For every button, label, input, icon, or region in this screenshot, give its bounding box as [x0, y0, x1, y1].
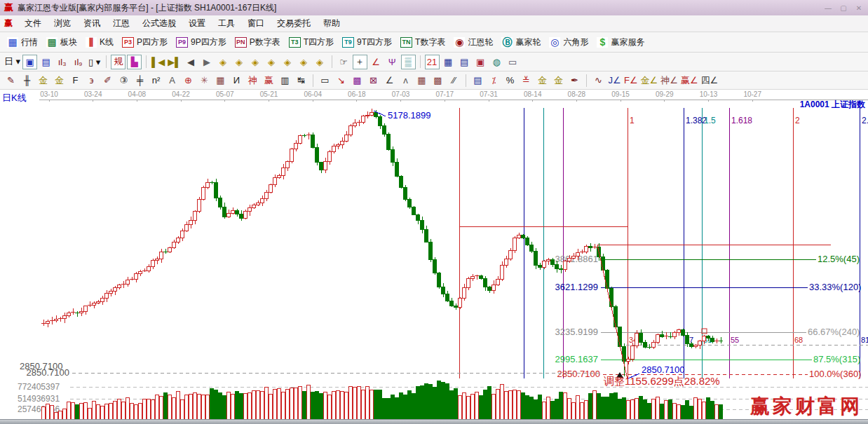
- win-tool-icon[interactable]: 赢: [262, 73, 276, 88]
- calculator-icon[interactable]: ▦: [441, 55, 456, 69]
- bars-3-icon[interactable]: ıl₃: [55, 55, 69, 69]
- feature-button-p-square[interactable]: P3P四方形: [122, 36, 168, 48]
- win-angle-icon[interactable]: 赢∠: [680, 73, 699, 88]
- menu-item-help[interactable]: 帮助: [317, 16, 346, 31]
- feature-button-hexagon[interactable]: ◎六角形: [549, 36, 588, 48]
- last-page-icon[interactable]: ▶▌: [167, 55, 182, 69]
- menu-item-file[interactable]: 文件: [18, 16, 48, 31]
- menu-item-settings[interactable]: 设置: [182, 16, 212, 31]
- zigzag-icon[interactable]: ʌ: [398, 73, 413, 88]
- span-tool-icon[interactable]: ↹: [294, 73, 308, 88]
- shen-tool-icon[interactable]: 神: [245, 73, 260, 88]
- menu-item-gann[interactable]: 江恩: [107, 16, 136, 31]
- angle-fan-icon[interactable]: ∠: [382, 73, 397, 88]
- save-icon[interactable]: ▣: [473, 55, 488, 69]
- diamond-right-icon[interactable]: ◈: [232, 55, 247, 69]
- color-chart-icon[interactable]: ▙: [127, 55, 142, 69]
- menu-item-window[interactable]: 窗口: [241, 16, 271, 31]
- tool-teal-icon[interactable]: ▒: [401, 55, 416, 69]
- circle-3-icon[interactable]: ③: [116, 73, 131, 88]
- notes-document-icon[interactable]: ▤: [457, 55, 472, 69]
- feature-button-winner-service[interactable]: $赢家服务: [597, 36, 644, 48]
- feature-button-9p-square[interactable]: P99P四方形: [176, 36, 226, 48]
- gold-lines-icon[interactable]: 金: [551, 73, 566, 88]
- diamond-expand-icon[interactable]: ◈: [280, 55, 295, 69]
- grid-dense-icon[interactable]: ▦: [414, 73, 429, 88]
- gold-circle-icon[interactable]: 金: [535, 73, 550, 88]
- grid-4-icon[interactable]: ╪: [133, 73, 147, 88]
- status-scrollbar[interactable]: [0, 419, 868, 424]
- percent-icon[interactable]: %: [503, 73, 517, 88]
- print-icon[interactable]: ▭: [506, 55, 520, 69]
- grid-tool-icon[interactable]: ╫: [20, 73, 34, 88]
- gold-grid-a-icon[interactable]: 金: [36, 73, 50, 88]
- diamond-left-icon[interactable]: ◈: [216, 55, 231, 69]
- crosshair-tool-icon[interactable]: ＋: [353, 55, 367, 69]
- ruler-123-icon[interactable]: ▥: [278, 73, 292, 88]
- feature-button-sectors[interactable]: ▩板块: [46, 36, 77, 48]
- pencil-2-icon[interactable]: ✐: [100, 73, 115, 88]
- si-angle-icon[interactable]: 四∠: [700, 73, 719, 88]
- n-square-icon[interactable]: n²: [149, 73, 163, 88]
- close-button[interactable]: ✕: [854, 4, 864, 12]
- gann-box-icon[interactable]: 规: [111, 55, 126, 69]
- j-angle-icon[interactable]: J∠: [607, 73, 622, 88]
- candle-style-dropdown-icon[interactable]: ▯ ▾: [87, 55, 102, 69]
- stats-pct-icon[interactable]: ▤: [470, 73, 485, 88]
- parallel-lines-icon[interactable]: ∕∕: [447, 73, 461, 88]
- first-page-icon[interactable]: ▌◀: [151, 55, 165, 69]
- chart-area[interactable]: 日K线03-1003-2404-0804-2205-0705-2106-0406…: [0, 90, 868, 419]
- diamond-up-icon[interactable]: ◈: [297, 55, 311, 69]
- prev-page-icon[interactable]: ◀: [184, 55, 198, 69]
- bow-tool-icon[interactable]: ϶: [84, 73, 99, 88]
- square-web-icon[interactable]: ▦: [213, 73, 228, 88]
- calendar-icon[interactable]: 21: [425, 55, 440, 69]
- box-tool-icon[interactable]: ▭: [318, 73, 332, 88]
- next-page-icon[interactable]: ▶: [200, 55, 215, 69]
- period-day-dropdown-icon[interactable]: 日 ▾: [4, 55, 21, 69]
- report-icon[interactable]: ▤: [39, 55, 53, 69]
- minimize-button[interactable]: —: [823, 4, 833, 12]
- grid-box-icon[interactable]: ▩: [430, 73, 445, 88]
- angle-measure-icon[interactable]: ∠: [369, 55, 384, 69]
- diamond-hsplit-icon[interactable]: ◈: [248, 55, 263, 69]
- feature-button-t-square[interactable]: T3T四方形: [289, 36, 334, 48]
- feature-button-quotes[interactable]: ▦行情: [7, 36, 38, 48]
- menu-item-news[interactable]: 资讯: [77, 16, 107, 31]
- menu-item-trade-order[interactable]: 交易委托: [271, 16, 317, 31]
- menu-item-tools[interactable]: 工具: [212, 16, 241, 31]
- bars-9-icon[interactable]: ıl₉: [71, 55, 86, 69]
- menu-item-browse[interactable]: 浏览: [48, 16, 77, 31]
- f-grid-icon[interactable]: F: [68, 73, 83, 88]
- f-angle-icon[interactable]: F∠: [623, 73, 639, 88]
- tool-purple-icon[interactable]: Ψ: [385, 55, 400, 69]
- wave-rule-icon[interactable]: ∿: [591, 73, 606, 88]
- gann-web-icon[interactable]: ✳: [197, 73, 212, 88]
- pct-angle-icon[interactable]: ⁒: [487, 73, 501, 88]
- time-mark-icon[interactable]: И: [229, 73, 244, 88]
- gold-grid-b-icon[interactable]: 金: [52, 73, 67, 88]
- feature-button-p-number-table[interactable]: PNP数字表: [235, 36, 280, 48]
- mirror-tool-icon[interactable]: A: [165, 73, 179, 88]
- web-link-icon[interactable]: ◍: [489, 55, 504, 69]
- maximize-button[interactable]: ▢: [839, 4, 848, 12]
- diamond-all-icon[interactable]: ◈: [313, 55, 327, 69]
- shen-angle-icon[interactable]: 神∠: [660, 73, 679, 88]
- circle-cross-icon[interactable]: ⊕: [181, 73, 196, 88]
- feature-button-9t-square[interactable]: T99T四方形: [342, 36, 392, 48]
- box-cross-icon[interactable]: ⊠: [366, 73, 381, 88]
- diamond-converge-icon[interactable]: ◈: [264, 55, 279, 69]
- feature-button-gann-wheel[interactable]: ◉江恩轮: [454, 36, 493, 48]
- feature-button-winner-wheel[interactable]: Ⓑ赢家轮: [501, 36, 541, 48]
- pct-lines-icon[interactable]: ≚: [519, 73, 534, 88]
- box-fan-icon[interactable]: ▩: [350, 73, 365, 88]
- kline-chart[interactable]: 日K线03-1003-2404-0804-2205-0705-2106-0406…: [0, 90, 868, 419]
- menu-item-formula-stock-pick[interactable]: 公式选股: [136, 16, 182, 31]
- feature-button-kline[interactable]: ⫼K线: [86, 36, 114, 48]
- fan-red-icon[interactable]: ↘: [334, 73, 348, 88]
- hand-tool-icon[interactable]: ☞: [337, 55, 351, 69]
- gann-pencil-icon[interactable]: ✎: [4, 73, 18, 88]
- stock-pick-icon[interactable]: ▣: [22, 55, 37, 69]
- ink-pen-icon[interactable]: ✒: [567, 73, 582, 88]
- feature-button-t-number-table[interactable]: TNT数字表: [400, 36, 445, 48]
